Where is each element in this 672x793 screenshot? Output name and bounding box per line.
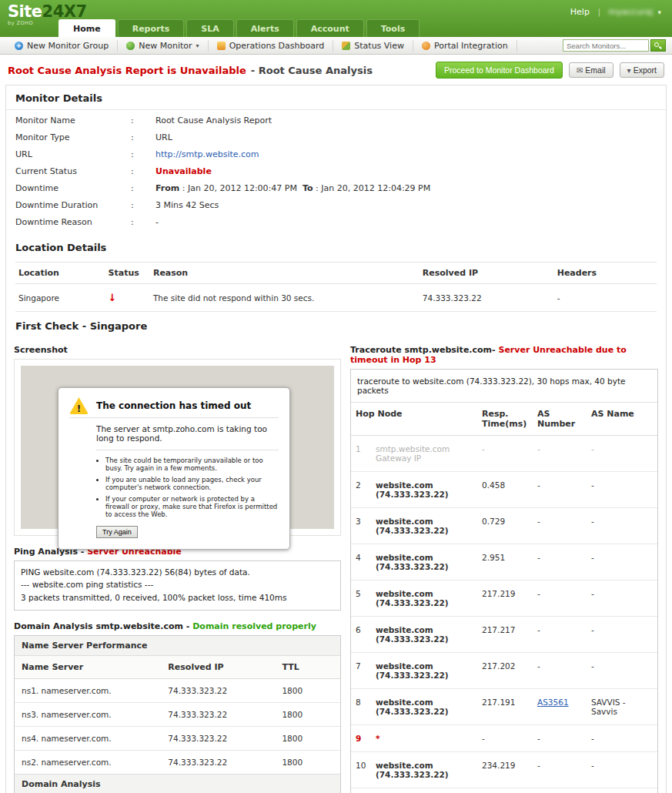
hop-number: 9 — [351, 725, 371, 752]
resp-time: 2.951 — [477, 544, 533, 581]
left-column: Screenshot ! The connection has timed ou… — [14, 339, 341, 793]
tab-account[interactable]: Account — [296, 19, 364, 37]
as-number-link[interactable]: AS3561 — [537, 698, 569, 707]
screenshot-label: Screenshot — [14, 345, 341, 355]
resp-time: - — [477, 436, 533, 472]
globe-icon — [126, 42, 135, 50]
hop-node: smtp.website.com Gateway IP — [371, 436, 477, 472]
ns-ttl: 1800 — [275, 702, 340, 726]
location-table: Location Status Reason Resolved IP Heade… — [15, 262, 657, 312]
bullet: The site could be temporarily unavailabl… — [105, 457, 279, 472]
resp-time: 217.202 — [477, 653, 533, 689]
portal-integration-button[interactable]: Portal Integration — [413, 40, 517, 52]
new-monitor-label: New Monitor — [139, 41, 192, 51]
hop-node: website.com (74.333.323.22) — [371, 689, 477, 725]
traceroute-summary: traceroute to website.com (74.333.323.22… — [351, 370, 657, 403]
traceroute-row: 11 website.com (74.333.323.22) 236.839 -… — [351, 788, 657, 793]
operations-dashboard-label: Operations Dashboard — [229, 41, 325, 51]
toolbar: + New Monitor Group New Monitor ▾ Operat… — [0, 37, 672, 55]
tab-home[interactable]: Home — [59, 19, 115, 37]
field-label: Monitor Name — [15, 115, 131, 125]
as-name: - — [587, 725, 657, 752]
traceroute-heading: Traceroute smtp.website.com- Server Unre… — [350, 345, 658, 365]
export-button[interactable]: ▾Export — [620, 62, 664, 78]
try-again-button[interactable]: Try Again — [96, 526, 138, 538]
colon: : — [131, 149, 155, 159]
col-resolved-ip: Resolved IP — [161, 656, 275, 679]
as-name: - — [587, 653, 657, 689]
colon: : — [131, 183, 155, 193]
as-name: - — [587, 508, 657, 544]
portal-icon — [422, 42, 430, 50]
search-area — [563, 39, 666, 52]
ns-ttl: 1800 — [275, 726, 340, 750]
monitor-url-link[interactable]: http://smtp.website.com — [155, 149, 259, 159]
as-number: - — [533, 725, 587, 752]
ns-ttl: 1800 — [275, 750, 340, 774]
hop-node: website.com (74.333.323.22) — [371, 752, 477, 788]
as-name: - — [587, 752, 657, 788]
ns-row: ns2. nameserver.com. 74.333.323.22 1800 — [15, 750, 340, 774]
col-reason: Reason — [150, 263, 420, 284]
name-server-performance-heading: Name Server Performance — [15, 636, 340, 656]
portal-integration-label: Portal Integration — [434, 41, 508, 51]
new-monitor-button[interactable]: New Monitor ▾ — [118, 40, 208, 52]
resp-time: 217.191 — [477, 689, 533, 725]
main-tabs: Home Reports SLA Alerts Account Tools — [59, 19, 422, 37]
unavailable-message: Root Cause Analysis Report is Unavailabl… — [8, 65, 246, 76]
hop-number: 4 — [351, 544, 371, 581]
col-status: Status — [105, 263, 150, 284]
as-number: - — [533, 436, 587, 472]
export-icon: ▾ — [627, 66, 631, 75]
proceed-to-dashboard-button[interactable]: Proceed to Monitor Dashboard — [436, 62, 563, 79]
detail-row-downtime-reason: Downtime Reason : - — [6, 213, 666, 230]
tab-tools[interactable]: Tools — [366, 19, 420, 37]
screenshot-frame: ! The connection has timed out The serve… — [14, 359, 341, 536]
hop-node: website.com (74.333.323.22) — [371, 581, 477, 617]
tab-alerts[interactable]: Alerts — [236, 19, 294, 37]
operations-dashboard-button[interactable]: Operations Dashboard — [209, 40, 334, 52]
ns-row: ns1. nameserver.com. 74.333.323.22 1800 — [15, 678, 340, 702]
as-name: - — [587, 581, 657, 617]
status-view-label: Status View — [354, 41, 404, 51]
logo-24x7: 24X7 — [42, 2, 87, 21]
as-name: - — [587, 436, 657, 472]
new-monitor-group-button[interactable]: + New Monitor Group — [6, 40, 118, 52]
colon: : — [182, 183, 186, 193]
as-number: - — [533, 544, 587, 581]
field-value: URL — [155, 132, 172, 142]
traceroute-row: 7 website.com (74.333.323.22) 217.202 - … — [351, 653, 657, 689]
ns-name: ns1. nameserver.com. — [15, 678, 161, 702]
tab-reports[interactable]: Reports — [118, 19, 185, 37]
domain-analysis-sub-heading: Domain Analysis — [15, 774, 340, 793]
status-view-button[interactable]: Status View — [333, 40, 413, 52]
tab-sla[interactable]: SLA — [186, 19, 233, 37]
resp-time: - — [477, 725, 533, 752]
as-number: - — [533, 653, 587, 689]
ping-output: PING website.com (74.333.323.22) 56(84) … — [14, 560, 341, 611]
reason-value: The site did not respond within 30 secs. — [150, 284, 420, 312]
help-link[interactable]: Help — [570, 7, 590, 17]
right-column: Traceroute smtp.website.com- Server Unre… — [350, 339, 658, 793]
resolved-ip-value: 74.333.323.22 — [420, 284, 554, 312]
hop-number: 6 — [351, 617, 371, 653]
colon: : — [131, 200, 155, 210]
col-location: Location — [15, 263, 105, 284]
as-number: - — [533, 788, 587, 793]
traceroute-row: 9 * - - - — [351, 725, 657, 752]
username[interactable]: myaccuraj — [609, 7, 653, 17]
ns-row: ns3. nameserver.com. 74.333.323.22 1800 — [15, 702, 340, 726]
field-label: Monitor Type — [15, 132, 131, 142]
hop-node: website.com (74.333.323.22) — [371, 653, 477, 689]
headers-value: - — [554, 284, 657, 312]
col-headers: Headers — [554, 263, 657, 284]
hop-number: 10 — [351, 752, 371, 788]
traceroute-row: 4 website.com (74.333.323.22) 2.951 - - — [351, 544, 657, 581]
first-check-heading: First Check - Singapore — [6, 313, 666, 337]
email-button[interactable]: ✉Email — [569, 62, 613, 78]
detail-row-downtime-duration: Downtime Duration : 3 Mins 42 Secs — [6, 196, 666, 213]
field-value: Root Cause Analysis Report — [155, 115, 272, 125]
search-input[interactable] — [563, 39, 649, 52]
status-badge: Unavailable — [155, 166, 212, 176]
search-button[interactable] — [650, 39, 666, 52]
